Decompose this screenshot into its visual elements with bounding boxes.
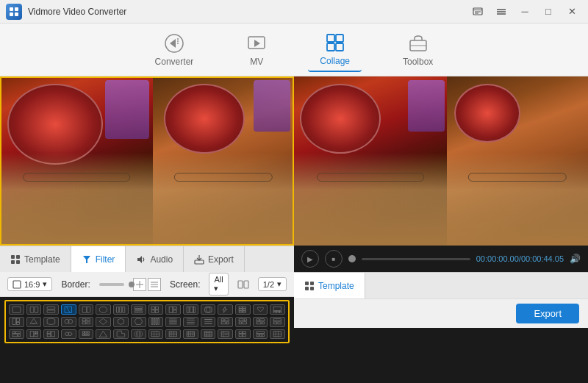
filter-cell-0-5[interactable] bbox=[96, 304, 111, 315]
filter-cell-0-2[interactable] bbox=[43, 304, 59, 315]
collage-icon bbox=[325, 32, 345, 53]
svg-rect-82 bbox=[152, 319, 154, 325]
svg-rect-48 bbox=[135, 311, 143, 312]
message-button[interactable] bbox=[467, 4, 488, 19]
right-right-frame bbox=[447, 76, 588, 246]
svg-rect-78 bbox=[82, 319, 86, 321]
nav-collage[interactable]: Collage bbox=[308, 28, 362, 72]
right-glasses-left bbox=[317, 173, 424, 182]
filter-cell-2-2[interactable] bbox=[43, 329, 59, 340]
filter-cell-2-7[interactable] bbox=[131, 329, 146, 340]
glasses-left bbox=[23, 173, 130, 182]
playback-bar: ▶ ■ 00:00:00.00/00:00:44.05 🔊 bbox=[294, 246, 588, 272]
ratio-chevron: ▾ bbox=[43, 279, 47, 289]
filter-cell-1-4[interactable] bbox=[79, 317, 94, 327]
nav-converter[interactable]: Converter bbox=[143, 29, 206, 71]
volume-button[interactable]: 🔊 bbox=[570, 254, 581, 264]
border-grid-icon[interactable] bbox=[133, 278, 146, 291]
svg-rect-113 bbox=[12, 332, 15, 334]
nav-mv[interactable]: MV bbox=[234, 29, 279, 71]
filter-cell-2-5[interactable] bbox=[96, 329, 111, 340]
export-button[interactable]: Export bbox=[516, 304, 579, 323]
filter-cell-2-13[interactable] bbox=[235, 329, 251, 340]
filter-cell-2-12[interactable] bbox=[218, 329, 233, 340]
filter-cell-0-12[interactable] bbox=[218, 304, 233, 315]
svg-rect-43 bbox=[117, 307, 119, 312]
stop-button[interactable]: ■ bbox=[325, 250, 343, 268]
filter-cell-1-13[interactable] bbox=[235, 317, 251, 327]
filter-cell-0-13[interactable] bbox=[235, 304, 251, 315]
filter-cell-0-14[interactable] bbox=[253, 304, 268, 315]
filter-cell-2-6[interactable] bbox=[113, 329, 129, 340]
svg-rect-168 bbox=[259, 334, 262, 337]
filter-cell-1-11[interactable] bbox=[201, 317, 216, 327]
filter-cell-1-3[interactable] bbox=[61, 317, 76, 327]
svg-rect-99 bbox=[225, 319, 229, 321]
tab-export[interactable]: Export bbox=[184, 246, 245, 272]
filter-cell-1-1[interactable] bbox=[26, 317, 42, 327]
filter-cell-2-11[interactable] bbox=[201, 329, 216, 340]
filter-cell-0-6[interactable] bbox=[113, 304, 129, 315]
right-video-preview bbox=[294, 76, 588, 246]
filter-cell-2-14[interactable] bbox=[253, 329, 268, 340]
border-slider[interactable] bbox=[99, 283, 124, 286]
filter-cell-0-15[interactable] bbox=[270, 304, 285, 315]
ratio-value: 16:9 bbox=[24, 280, 40, 289]
filter-cell-1-9[interactable] bbox=[165, 317, 181, 327]
svg-rect-68 bbox=[273, 307, 282, 310]
filter-cell-0-1[interactable] bbox=[26, 304, 42, 315]
screen-select[interactable]: All ▾ bbox=[209, 273, 228, 296]
filter-cell-0-9[interactable] bbox=[165, 304, 181, 315]
filter-cell-1-15[interactable] bbox=[270, 317, 285, 327]
svg-rect-104 bbox=[239, 322, 242, 324]
filter-cell-1-6[interactable] bbox=[113, 317, 129, 327]
filter-cell-0-3[interactable] bbox=[61, 304, 76, 315]
filter-cell-1-2[interactable] bbox=[43, 317, 59, 327]
filter-cell-1-14[interactable] bbox=[253, 317, 268, 327]
filter-cell-1-8[interactable] bbox=[148, 317, 164, 327]
filter-cell-1-0[interactable] bbox=[9, 317, 24, 327]
svg-rect-45 bbox=[123, 307, 125, 312]
svg-rect-38 bbox=[47, 307, 55, 309]
border-pattern-icon[interactable] bbox=[148, 278, 161, 291]
filter-cell-1-12[interactable] bbox=[218, 317, 233, 327]
filter-cell-2-3[interactable] bbox=[61, 329, 76, 340]
tab-template[interactable]: Template bbox=[0, 246, 71, 272]
svg-rect-174 bbox=[305, 282, 309, 285]
toolbox-icon bbox=[408, 33, 429, 54]
ratio-select[interactable]: 16:9 ▾ bbox=[7, 277, 52, 291]
title-bar: Vidmore Video Converter ─ □ ✕ bbox=[0, 0, 588, 24]
filter-cell-0-0[interactable] bbox=[9, 304, 24, 315]
tab-bar: Template Filter Audio Export bbox=[0, 246, 294, 272]
filter-cell-2-15[interactable] bbox=[270, 329, 285, 340]
filter-cell-2-8[interactable] bbox=[148, 329, 164, 340]
menu-button[interactable] bbox=[491, 4, 512, 19]
filter-cell-0-11[interactable] bbox=[201, 304, 216, 315]
filter-cell-2-0[interactable] bbox=[9, 329, 24, 340]
filter-cell-2-1[interactable] bbox=[26, 329, 42, 340]
filter-cell-2-4[interactable] bbox=[79, 329, 94, 340]
screen-value: All bbox=[214, 275, 223, 284]
play-button[interactable]: ▶ bbox=[301, 250, 319, 268]
close-button[interactable]: ✕ bbox=[562, 4, 582, 19]
converter-label: Converter bbox=[155, 57, 194, 67]
progress-bar[interactable] bbox=[362, 258, 470, 260]
fraction-select[interactable]: 1/2 ▾ bbox=[258, 277, 287, 291]
filter-cell-0-4[interactable] bbox=[79, 304, 94, 315]
nav-toolbox[interactable]: Toolbox bbox=[391, 29, 445, 71]
filter-cell-1-5[interactable] bbox=[96, 317, 111, 327]
minimize-button[interactable]: ─ bbox=[514, 4, 535, 19]
maximize-button[interactable]: □ bbox=[538, 4, 559, 19]
filter-cell-1-10[interactable] bbox=[183, 317, 198, 327]
svg-rect-80 bbox=[82, 322, 86, 324]
filter-cell-1-7[interactable] bbox=[131, 317, 146, 327]
filter-cell-0-7[interactable] bbox=[131, 304, 146, 315]
filter-cell-0-10[interactable] bbox=[183, 304, 198, 315]
right-tab-template[interactable]: Template bbox=[294, 273, 365, 298]
tab-filter[interactable]: Filter bbox=[71, 246, 126, 272]
tab-audio[interactable]: Audio bbox=[126, 246, 184, 272]
filter-cell-2-10[interactable] bbox=[183, 329, 198, 340]
filter-cell-2-9[interactable] bbox=[165, 329, 181, 340]
filter-cell-0-8[interactable] bbox=[148, 304, 164, 315]
svg-rect-132 bbox=[85, 334, 86, 335]
